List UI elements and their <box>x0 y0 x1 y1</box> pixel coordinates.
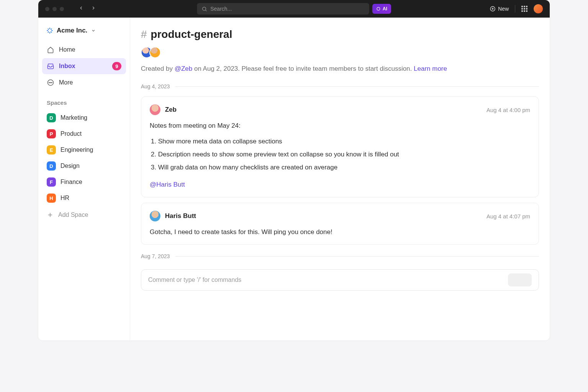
message-text: Notes from meeting on May 24: <box>150 120 530 131</box>
ai-button[interactable]: AI <box>372 4 391 14</box>
space-badge: H <box>47 194 56 203</box>
space-name: Engineering <box>60 146 93 153</box>
sidebar-item-inbox[interactable]: Inbox 9 <box>42 58 126 74</box>
avatar <box>150 211 160 221</box>
workspace-logo-icon <box>46 27 54 34</box>
space-name: Finance <box>60 179 82 185</box>
new-label: New <box>498 6 509 12</box>
avatar <box>149 47 161 58</box>
message: Zeb Aug 4 at 4:00 pm Notes from meeting … <box>141 96 539 197</box>
sidebar-space-item[interactable]: HHR <box>42 190 126 206</box>
sidebar-item-label: Home <box>59 46 75 53</box>
titlebar: Search... AI New <box>38 0 550 18</box>
sidebar-space-item[interactable]: FFinance <box>42 174 126 190</box>
add-space-label: Add Space <box>58 211 88 218</box>
nav-back-icon[interactable] <box>78 5 84 12</box>
sidebar-space-item[interactable]: DMarketing <box>42 110 126 126</box>
svg-point-0 <box>203 7 206 10</box>
sidebar-space-item[interactable]: EEngineering <box>42 142 126 158</box>
ai-label: AI <box>383 6 387 11</box>
space-badge: E <box>47 145 56 155</box>
sidebar-space-item[interactable]: DDesign <box>42 158 126 174</box>
plus-circle-icon <box>490 6 496 12</box>
channel-title: # product-general <box>141 28 539 41</box>
search-input[interactable]: Search... <box>197 3 369 15</box>
plus-icon <box>47 211 54 218</box>
search-placeholder: Search... <box>211 6 232 12</box>
send-button[interactable] <box>508 273 532 286</box>
home-icon <box>47 46 54 54</box>
composer-placeholder: Comment or type '/' for commands <box>148 277 242 283</box>
traffic-close[interactable] <box>45 7 49 11</box>
space-badge: D <box>47 161 56 171</box>
more-icon <box>47 79 54 86</box>
sidebar-item-home[interactable]: Home <box>42 42 126 57</box>
space-badge: P <box>47 129 56 138</box>
avatar <box>150 104 160 115</box>
svg-point-1 <box>377 7 380 10</box>
channel-name: product-general <box>151 28 232 41</box>
traffic-max[interactable] <box>60 7 64 11</box>
sidebar-item-more[interactable]: More <box>42 75 126 90</box>
comment-composer[interactable]: Comment or type '/' for commands <box>141 269 539 291</box>
sparkle-icon <box>376 7 381 11</box>
apps-icon[interactable] <box>521 6 528 12</box>
date-separator: Aug 4, 2023 <box>141 83 539 89</box>
channel-description: Created by @Zeb on Aug 2, 2023. Please f… <box>141 65 539 73</box>
message-author[interactable]: Haris Butt <box>165 212 196 220</box>
message-author[interactable]: Zeb <box>165 106 176 114</box>
space-badge: D <box>47 113 56 122</box>
message-time: Aug 4 at 4:00 pm <box>487 107 530 113</box>
new-button[interactable]: New <box>490 6 509 12</box>
workspace-switcher[interactable]: Acme Inc. <box>42 23 126 41</box>
date-separator: Aug 7, 2023 <box>141 253 539 259</box>
svg-point-5 <box>50 82 51 83</box>
sidebar: Acme Inc. Home Inbox 9 More Spaces DMark… <box>38 18 130 340</box>
sidebar-item-label: More <box>59 79 73 86</box>
workspace-name: Acme Inc. <box>57 27 87 34</box>
nav-forward-icon[interactable] <box>91 5 96 12</box>
svg-point-6 <box>52 82 52 83</box>
traffic-min[interactable] <box>52 7 57 11</box>
space-name: Product <box>60 130 82 137</box>
list-item: Will grab data on how many checklists ar… <box>158 161 530 174</box>
window-controls[interactable] <box>38 7 64 11</box>
message: Haris Butt Aug 4 at 4:07 pm Gotcha, I ne… <box>141 203 539 245</box>
add-space-button[interactable]: Add Space <box>42 207 126 223</box>
spaces-header: Spaces <box>42 91 126 109</box>
date-label: Aug 4, 2023 <box>141 83 170 89</box>
member-avatars[interactable] <box>141 47 539 58</box>
search-icon <box>202 6 207 12</box>
mention[interactable]: @Haris Butt <box>150 179 185 190</box>
creator-mention[interactable]: @Zeb <box>175 65 193 72</box>
message-text: Gotcha, I need to create tasks for this.… <box>150 227 530 237</box>
space-name: Marketing <box>60 114 87 121</box>
main-content: # product-general Created by @Zeb on Aug… <box>130 18 550 340</box>
message-time: Aug 4 at 4:07 pm <box>487 213 530 220</box>
list-item: Show more meta data on collapse sections <box>158 135 530 148</box>
divider <box>515 5 515 13</box>
space-name: HR <box>60 195 69 202</box>
date-label: Aug 7, 2023 <box>141 253 170 259</box>
sidebar-space-item[interactable]: PProduct <box>42 126 126 142</box>
hash-icon: # <box>141 28 147 41</box>
sidebar-item-label: Inbox <box>59 63 75 70</box>
user-avatar[interactable] <box>534 4 543 13</box>
space-badge: F <box>47 177 56 187</box>
learn-more-link[interactable]: Learn more <box>414 65 447 72</box>
list-item: Description needs to show some preview t… <box>158 148 530 161</box>
chevron-down-icon <box>91 28 96 33</box>
space-name: Design <box>60 163 80 169</box>
inbox-icon <box>47 62 54 70</box>
svg-point-4 <box>49 82 50 83</box>
inbox-badge: 9 <box>112 62 121 70</box>
